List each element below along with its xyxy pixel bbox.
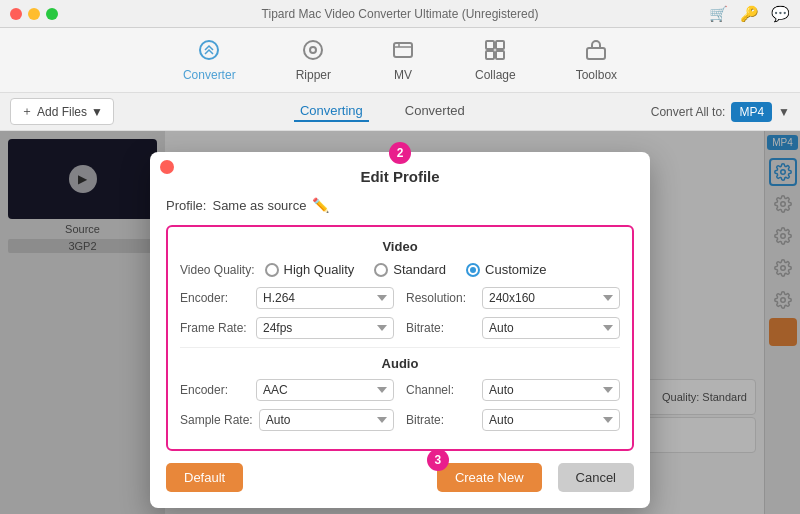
chat-icon[interactable]: 💬 xyxy=(771,5,790,23)
audio-section-title: Audio xyxy=(180,356,620,371)
encoder-label: Encoder: xyxy=(180,291,250,305)
modal-title: Edit Profile xyxy=(166,168,634,185)
tab-converter[interactable]: Converter xyxy=(173,34,246,86)
tab-converted[interactable]: Converted xyxy=(399,101,471,122)
svg-rect-3 xyxy=(394,43,412,57)
profile-label: Profile: xyxy=(166,198,206,213)
action-buttons: 3 Create New Cancel xyxy=(437,463,634,492)
section-divider xyxy=(180,347,620,348)
toolbar-row: ＋ Add Files ▼ Converting Converted Conve… xyxy=(0,93,800,131)
quality-standard-label: Standard xyxy=(393,262,446,277)
resolution-field-row: Resolution: 240x160 xyxy=(406,287,620,309)
video-bitrate-field-row: Bitrate: Auto xyxy=(406,317,620,339)
title-bar-actions: 🛒 🔑 💬 xyxy=(709,5,790,23)
title-bar: Tipard Mac Video Converter Ultimate (Unr… xyxy=(0,0,800,28)
svg-rect-6 xyxy=(486,51,494,59)
channel-label: Channel: xyxy=(406,383,476,397)
mv-label: MV xyxy=(394,68,412,82)
encoder-field-row: Encoder: H.264 xyxy=(180,287,394,309)
tab-toolbox[interactable]: Toolbox xyxy=(566,34,627,86)
quality-customize[interactable]: Customize xyxy=(466,262,546,277)
convert-all-format[interactable]: MP4 xyxy=(731,102,772,122)
audio-fields-grid: Encoder: AAC Channel: Auto Sample Rate: xyxy=(180,379,620,431)
svg-rect-4 xyxy=(486,41,494,49)
svg-rect-5 xyxy=(496,41,504,49)
toolbox-icon xyxy=(584,38,608,65)
audio-encoder-field-row: Encoder: AAC xyxy=(180,379,394,401)
video-bitrate-label: Bitrate: xyxy=(406,321,476,335)
badge-2: 2 xyxy=(389,142,411,164)
profile-value: Same as source xyxy=(212,198,306,213)
collage-icon xyxy=(483,38,507,65)
radio-standard xyxy=(374,263,388,277)
svg-point-1 xyxy=(304,41,322,59)
channel-field-row: Channel: Auto xyxy=(406,379,620,401)
framerate-label: Frame Rate: xyxy=(180,321,250,335)
mv-icon xyxy=(391,38,415,65)
radio-customize xyxy=(466,263,480,277)
modal-close-button[interactable] xyxy=(160,160,174,174)
create-new-button[interactable]: Create New xyxy=(437,463,542,492)
modal-bottom: Default 3 Create New Cancel xyxy=(166,463,634,492)
cancel-button[interactable]: Cancel xyxy=(558,463,634,492)
toolbox-label: Toolbox xyxy=(576,68,617,82)
add-files-button[interactable]: ＋ Add Files ▼ xyxy=(10,98,114,125)
nav-tabs: Converter Ripper MV Collage Toolbox xyxy=(0,28,800,93)
video-quality-label: Video Quality: xyxy=(180,263,255,277)
quality-standard[interactable]: Standard xyxy=(374,262,446,277)
video-bitrate-select[interactable]: Auto xyxy=(482,317,620,339)
modal-overlay: 2 Edit Profile Profile: Same as source ✏… xyxy=(0,131,800,514)
minimize-button[interactable] xyxy=(28,8,40,20)
plus-icon: ＋ xyxy=(21,103,33,120)
encoder-select[interactable]: H.264 xyxy=(256,287,394,309)
video-section-title: Video xyxy=(180,239,620,254)
tab-collage[interactable]: Collage xyxy=(465,34,526,86)
quality-customize-label: Customize xyxy=(485,262,546,277)
framerate-field-row: Frame Rate: 24fps xyxy=(180,317,394,339)
audio-encoder-select[interactable]: AAC xyxy=(256,379,394,401)
svg-point-2 xyxy=(310,47,316,53)
window-controls xyxy=(10,8,58,20)
quality-options: High Quality Standard Customize xyxy=(265,262,547,277)
cart-icon[interactable]: 🛒 xyxy=(709,5,728,23)
svg-rect-8 xyxy=(587,48,605,59)
tab-ripper[interactable]: Ripper xyxy=(286,34,341,86)
dropdown-arrow-icon: ▼ xyxy=(91,105,103,119)
sample-rate-field-row: Sample Rate: Auto xyxy=(180,409,394,431)
radio-high xyxy=(265,263,279,277)
tab-mv[interactable]: MV xyxy=(381,34,425,86)
toolbar-center-tabs: Converting Converted xyxy=(124,101,641,122)
app-title: Tipard Mac Video Converter Ultimate (Unr… xyxy=(262,7,539,21)
audio-bitrate-field-row: Bitrate: Auto xyxy=(406,409,620,431)
key-icon[interactable]: 🔑 xyxy=(740,5,759,23)
main-area: ▶ Source 3GP2 AVI 640P Encoder: H.264 Re… xyxy=(0,131,800,514)
converter-icon xyxy=(197,38,221,65)
audio-bitrate-select[interactable]: Auto xyxy=(482,409,620,431)
quality-high[interactable]: High Quality xyxy=(265,262,355,277)
edit-pencil-icon[interactable]: ✏️ xyxy=(312,197,329,213)
resolution-label: Resolution: xyxy=(406,291,476,305)
edit-profile-modal: 2 Edit Profile Profile: Same as source ✏… xyxy=(150,152,650,508)
quality-high-label: High Quality xyxy=(284,262,355,277)
convert-all-label: Convert All to: xyxy=(651,105,726,119)
ripper-icon xyxy=(301,38,325,65)
badge-3: 3 xyxy=(427,449,449,471)
audio-encoder-label: Encoder: xyxy=(180,383,250,397)
channel-select[interactable]: Auto xyxy=(482,379,620,401)
tab-converting[interactable]: Converting xyxy=(294,101,369,122)
maximize-button[interactable] xyxy=(46,8,58,20)
convert-all-dropdown-icon[interactable]: ▼ xyxy=(778,105,790,119)
audio-bitrate-label: Bitrate: xyxy=(406,413,476,427)
sample-rate-select[interactable]: Auto xyxy=(259,409,394,431)
default-button[interactable]: Default xyxy=(166,463,243,492)
resolution-select[interactable]: 240x160 xyxy=(482,287,620,309)
framerate-select[interactable]: 24fps xyxy=(256,317,394,339)
profile-row: Profile: Same as source ✏️ xyxy=(166,197,634,213)
ripper-label: Ripper xyxy=(296,68,331,82)
svg-rect-7 xyxy=(496,51,504,59)
converter-label: Converter xyxy=(183,68,236,82)
add-files-label: Add Files xyxy=(37,105,87,119)
close-button[interactable] xyxy=(10,8,22,20)
sample-rate-label: Sample Rate: xyxy=(180,413,253,427)
convert-all: Convert All to: MP4 ▼ xyxy=(651,102,790,122)
